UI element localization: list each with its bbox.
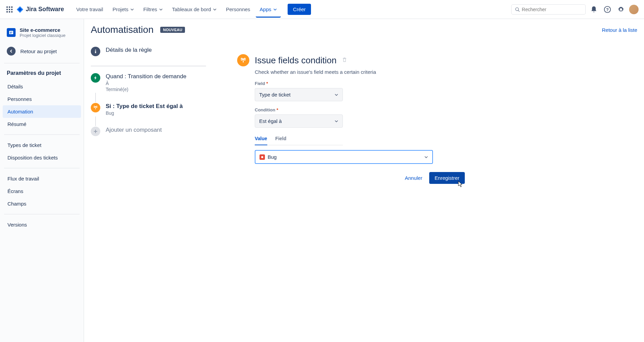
chevron-down-icon bbox=[334, 93, 338, 97]
svg-rect-0 bbox=[6, 6, 8, 8]
chevron-down-icon bbox=[213, 8, 216, 11]
nav-filters[interactable]: Filtres bbox=[139, 4, 167, 15]
divider bbox=[4, 168, 80, 168]
rule-builder: Détails de la règle Quand : Transition d… bbox=[91, 43, 206, 184]
page-title: Automatisation bbox=[91, 24, 153, 35]
cursor-icon bbox=[457, 180, 463, 188]
new-badge: NOUVEAU bbox=[160, 27, 185, 33]
detail-title: Issue fields condition bbox=[255, 55, 336, 66]
rule-step-condition[interactable]: Si : Type de ticket Est égal à Bug bbox=[91, 100, 206, 119]
sidebar: Site e-commerce Projet logiciel classiqu… bbox=[0, 19, 84, 342]
help-icon[interactable]: ? bbox=[602, 4, 613, 15]
add-component-label: Ajouter un composant bbox=[106, 127, 206, 133]
svg-rect-5 bbox=[11, 9, 13, 10]
tab-field[interactable]: Field bbox=[275, 134, 287, 145]
field-select[interactable]: Type de ticket bbox=[255, 88, 343, 101]
project-icon bbox=[7, 28, 16, 37]
sidebar-item-people[interactable]: Personnes bbox=[3, 93, 81, 105]
app-switcher-icon[interactable] bbox=[5, 5, 14, 14]
back-arrow-icon bbox=[7, 47, 16, 56]
jira-logo[interactable]: Jira Software bbox=[16, 6, 64, 13]
plus-icon bbox=[91, 127, 100, 136]
field-select-value: Type de ticket bbox=[259, 92, 291, 98]
nav-apps[interactable]: Apps bbox=[256, 4, 281, 18]
rule-details-label: Détails de la règle bbox=[106, 47, 206, 54]
svg-rect-13 bbox=[9, 31, 13, 34]
svg-rect-4 bbox=[9, 9, 10, 10]
trigger-sub-status: Terminé(e) bbox=[106, 87, 206, 92]
nav-dashboards[interactable]: Tableaux de bord bbox=[168, 4, 221, 15]
svg-rect-15 bbox=[10, 33, 12, 34]
divider bbox=[91, 66, 206, 66]
trigger-icon bbox=[91, 73, 100, 83]
tab-value[interactable]: Value bbox=[255, 134, 267, 145]
chevron-down-icon bbox=[159, 8, 163, 11]
value-selected: Bug bbox=[268, 154, 277, 160]
project-type: Projet logiciel classique bbox=[20, 33, 65, 38]
svg-rect-1 bbox=[9, 6, 10, 8]
nav-your-work[interactable]: Votre travail bbox=[72, 4, 107, 15]
svg-rect-7 bbox=[9, 11, 10, 13]
nav-people[interactable]: Personnes bbox=[222, 4, 254, 15]
chevron-down-icon bbox=[334, 119, 338, 123]
condition-select-value: Est égal à bbox=[259, 118, 282, 124]
trigger-title: Quand : Transition de demande bbox=[106, 73, 206, 80]
sidebar-item-versions[interactable]: Versions bbox=[3, 218, 81, 231]
project-name: Site e-commerce bbox=[20, 27, 65, 33]
sidebar-item-screens[interactable]: Écrans bbox=[3, 185, 81, 197]
svg-point-16 bbox=[95, 50, 96, 51]
bug-chip: Bug bbox=[259, 154, 277, 160]
field-label: Field * bbox=[255, 81, 434, 86]
svg-line-10 bbox=[518, 10, 520, 12]
sidebar-item-summary[interactable]: Résumé bbox=[3, 118, 81, 130]
search-box[interactable] bbox=[511, 4, 586, 15]
sidebar-heading: Paramètres du projet bbox=[3, 67, 81, 80]
jira-logo-icon bbox=[16, 6, 24, 13]
divider bbox=[4, 134, 80, 135]
divider bbox=[4, 63, 80, 63]
sidebar-item-workflows[interactable]: Flux de travail bbox=[3, 172, 81, 185]
user-avatar[interactable] bbox=[629, 5, 639, 14]
detail-description: Check whether an issue's field meets a c… bbox=[255, 69, 474, 75]
settings-icon[interactable] bbox=[616, 4, 626, 15]
svg-rect-6 bbox=[6, 11, 8, 13]
chevron-down-icon bbox=[424, 155, 428, 159]
info-icon bbox=[91, 47, 100, 56]
svg-point-9 bbox=[516, 7, 519, 10]
condition-sub: Bug bbox=[106, 110, 206, 116]
svg-rect-17 bbox=[95, 51, 96, 53]
svg-rect-8 bbox=[11, 11, 13, 13]
svg-rect-2 bbox=[11, 6, 13, 8]
content-header: Automatisation NOUVEAU Retour à la liste bbox=[91, 24, 637, 35]
project-header: Site e-commerce Projet logiciel classiqu… bbox=[3, 26, 81, 43]
search-input[interactable] bbox=[522, 7, 582, 12]
delete-icon[interactable] bbox=[342, 57, 347, 64]
return-to-list-link[interactable]: Retour à la liste bbox=[602, 27, 637, 33]
chevron-down-icon bbox=[273, 8, 277, 11]
value-field-tabs: Value Field bbox=[255, 134, 343, 145]
condition-title: Si : Type de ticket Est égal à bbox=[106, 103, 206, 110]
rule-step-add[interactable]: Ajouter un composant bbox=[91, 123, 206, 140]
sidebar-item-issue-layout[interactable]: Disposition des tickets bbox=[3, 151, 81, 164]
search-icon bbox=[515, 7, 520, 12]
content: Automatisation NOUVEAU Retour à la liste… bbox=[84, 19, 644, 342]
value-select[interactable]: Bug bbox=[255, 150, 433, 164]
detail-panel: Issue fields condition Check whether an … bbox=[217, 43, 474, 184]
bug-icon bbox=[259, 154, 265, 160]
nav-projects[interactable]: Projets bbox=[108, 4, 138, 15]
back-to-project[interactable]: Retour au projet bbox=[3, 43, 81, 59]
sidebar-item-fields[interactable]: Champs bbox=[3, 197, 81, 210]
notifications-icon[interactable] bbox=[588, 4, 599, 15]
sidebar-item-issue-types[interactable]: Types de ticket bbox=[3, 139, 81, 151]
sidebar-item-details[interactable]: Détails bbox=[3, 80, 81, 93]
rule-step-details[interactable]: Détails de la règle bbox=[91, 43, 206, 60]
condition-select[interactable]: Est égal à bbox=[255, 114, 343, 128]
create-button[interactable]: Créer bbox=[288, 4, 311, 15]
rule-step-trigger[interactable]: Quand : Transition de demande À Terminé(… bbox=[91, 70, 206, 95]
sidebar-item-automation[interactable]: Automation bbox=[3, 105, 81, 118]
chevron-down-icon bbox=[130, 8, 134, 11]
top-nav: Jira Software Votre travail Projets Filt… bbox=[0, 0, 644, 19]
svg-rect-3 bbox=[6, 9, 8, 10]
cancel-button[interactable]: Annuler bbox=[401, 172, 427, 184]
trigger-sub-to: À bbox=[106, 81, 206, 86]
